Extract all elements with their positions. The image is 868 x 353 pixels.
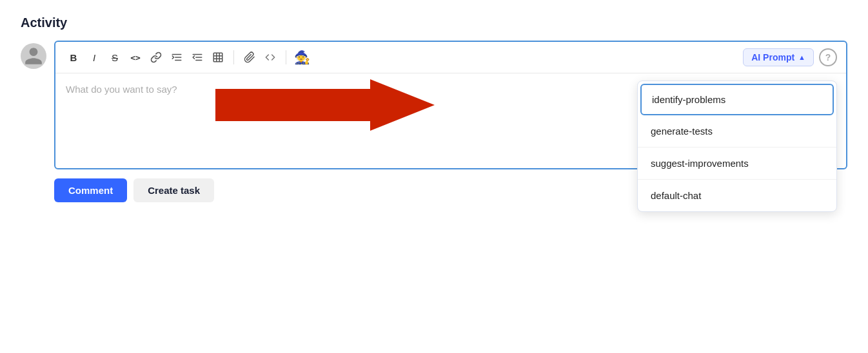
toolbar: B I S <> bbox=[55, 42, 846, 73]
editor-box: B I S <> bbox=[54, 41, 847, 169]
create-task-button[interactable]: Create task bbox=[133, 178, 214, 202]
ai-prompt-label: AI Prompt bbox=[751, 52, 794, 62]
italic-button[interactable]: I bbox=[85, 48, 103, 66]
help-icon[interactable]: ? bbox=[819, 48, 837, 66]
indent-decrease-icon bbox=[192, 52, 203, 63]
code-block-button[interactable] bbox=[261, 48, 279, 66]
indent-increase-icon bbox=[171, 52, 182, 63]
activity-title: Activity bbox=[21, 15, 847, 30]
table-button[interactable] bbox=[209, 48, 227, 66]
indent-increase-button[interactable] bbox=[168, 48, 186, 66]
strikethrough-button[interactable]: S bbox=[106, 48, 124, 66]
attachment-icon bbox=[244, 52, 255, 63]
indent-decrease-button[interactable] bbox=[188, 48, 206, 66]
chevron-up-icon: ▲ bbox=[798, 53, 805, 61]
code-block-icon bbox=[265, 52, 275, 62]
dropdown-item-generate-tests[interactable]: generate-tests bbox=[638, 115, 836, 148]
attachment-button[interactable] bbox=[241, 48, 259, 66]
bold-button[interactable]: B bbox=[64, 48, 83, 66]
ai-prompt-button[interactable]: AI Prompt ▲ bbox=[743, 48, 814, 66]
code-inline-button[interactable]: <> bbox=[126, 48, 144, 66]
toolbar-divider-2 bbox=[286, 50, 286, 64]
avatar-icon bbox=[23, 46, 44, 66]
toolbar-right: AI Prompt ▲ ? identify-problems generate… bbox=[740, 48, 837, 66]
svg-rect-6 bbox=[213, 53, 222, 62]
dropdown-item-identify-problems[interactable]: identify-problems bbox=[640, 84, 834, 115]
editor-container: B I S <> bbox=[54, 41, 847, 202]
table-icon bbox=[212, 52, 224, 63]
toolbar-divider-1 bbox=[233, 50, 234, 64]
dropdown-item-suggest-improvements[interactable]: suggest-improvements bbox=[638, 148, 836, 180]
link-button[interactable] bbox=[147, 48, 165, 66]
avatar bbox=[21, 43, 46, 69]
activity-row: B I S <> bbox=[21, 41, 847, 202]
link-icon bbox=[150, 52, 162, 63]
comment-button[interactable]: Comment bbox=[54, 178, 127, 202]
editor-placeholder: What do you want to say? bbox=[66, 84, 177, 95]
ai-dropdown: identify-problems generate-tests suggest… bbox=[637, 81, 837, 212]
dropdown-item-default-chat[interactable]: default-chat bbox=[638, 180, 836, 211]
wizard-icon[interactable]: 🧙 bbox=[293, 48, 311, 66]
